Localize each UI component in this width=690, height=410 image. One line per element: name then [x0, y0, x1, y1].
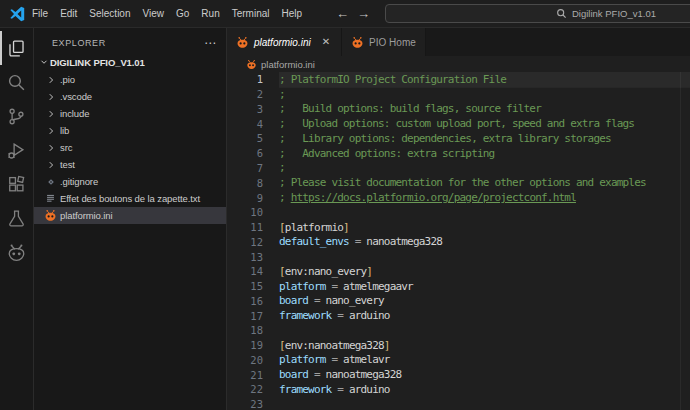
tree-item-lib[interactable]: lib [34, 122, 226, 139]
explorer-sidebar: EXPLORER ⋯ DIGILINK PFIO_V1.01 .pio.vsco… [34, 28, 227, 410]
forward-icon[interactable]: → [357, 7, 370, 20]
tree-item--vscode[interactable]: .vscode [34, 88, 226, 105]
menu-item-selection[interactable]: Selection [83, 4, 136, 23]
menu-bar: FileEditSelectionViewGoRunTerminalHelp [26, 0, 308, 27]
token-c: ; [279, 88, 285, 101]
platformio-icon [246, 59, 257, 70]
line-number: 11 [227, 221, 263, 233]
vscode-window: FileEditSelectionViewGoRunTerminalHelp ←… [0, 0, 690, 410]
editor-scrollbar[interactable] [680, 72, 690, 410]
code-line-text: ; Advanced options: extra scripting [279, 146, 690, 161]
code-line-18[interactable]: 18 [227, 323, 690, 338]
menu-item-view[interactable]: View [137, 4, 171, 23]
menu-item-help[interactable]: Help [276, 4, 309, 23]
line-number: 16 [227, 295, 263, 307]
menu-item-file[interactable]: File [26, 4, 54, 23]
token-v: atmelmegaavr [343, 280, 413, 293]
activity-bar [0, 28, 34, 410]
token-e: = [308, 294, 325, 307]
activity-item-explorer[interactable] [0, 31, 33, 65]
code-line-7[interactable]: 7; [227, 161, 690, 176]
token-e: = [326, 353, 343, 366]
code-line-23[interactable]: 23 [227, 397, 690, 410]
line-number: 23 [227, 398, 263, 410]
code-line-11[interactable]: 11[platformio] [227, 220, 690, 235]
code-line-text: [env:nano_every] [279, 264, 690, 279]
code-line-1[interactable]: 1; PlatformIO Project Configuration File [227, 72, 690, 87]
tab-platformio-ini[interactable]: platformio.ini✕ [227, 28, 342, 56]
command-center-search[interactable]: Digilink PFIO_v1.01 [385, 4, 690, 23]
line-number: 15 [227, 280, 263, 292]
tree-item-label: Effet des boutons de la zapette.txt [60, 193, 200, 204]
activity-item-testing[interactable] [0, 201, 33, 235]
code-line-17[interactable]: 17framework = arduino [227, 308, 690, 323]
code-line-16[interactable]: 16board = nano_every [227, 293, 690, 308]
token-c: ; Library options: dependencies, extra l… [279, 132, 611, 145]
tree-item-label: include [60, 108, 89, 119]
code-line-text: platform = atmelavr [279, 353, 690, 368]
menu-item-terminal[interactable]: Terminal [226, 4, 276, 23]
code-line-text [279, 323, 690, 338]
code-line-4[interactable]: 4; Upload options: custom upload port, s… [227, 116, 690, 131]
code-line-12[interactable]: 12default_envs = nanoatmega328 [227, 234, 690, 249]
search-icon [556, 8, 567, 19]
code-line-13[interactable]: 13 [227, 249, 690, 264]
code-line-8[interactable]: 8; Please visit documentation for the ot… [227, 175, 690, 190]
code-line-text: ; Build options: build flags, source fil… [279, 102, 690, 117]
code-line-text: ; Upload options: custom upload port, sp… [279, 116, 690, 131]
explorer-header: EXPLORER ⋯ [34, 28, 226, 53]
token-l[interactable]: https://docs.platformio.org/page/project… [291, 191, 576, 204]
close-icon[interactable]: ✕ [320, 36, 332, 48]
tab-label: PIO Home [369, 37, 416, 48]
code-line-2[interactable]: 2; [227, 87, 690, 102]
more-actions-icon[interactable]: ⋯ [204, 39, 216, 47]
code-line-text: board = nanoatmega328 [279, 367, 690, 382]
code-editor[interactable]: 1; PlatformIO Project Configuration File… [227, 72, 690, 410]
code-line-14[interactable]: 14[env:nano_every] [227, 264, 690, 279]
activity-item-search[interactable] [0, 65, 33, 99]
back-icon[interactable]: ← [336, 7, 349, 20]
code-line-3[interactable]: 3; Build options: build flags, source fi… [227, 102, 690, 117]
code-line-15[interactable]: 15platform = atmelmegaavr [227, 279, 690, 294]
tab-pio-home[interactable]: PIO Home [342, 28, 426, 56]
tree-item-test[interactable]: test [34, 156, 226, 173]
tree-item--gitignore[interactable]: .gitignore [34, 173, 226, 190]
token-c: ; Build options: build flags, source fil… [279, 102, 541, 115]
line-number: 1 [227, 73, 263, 85]
code-line-22[interactable]: 22framework = arduino [227, 382, 690, 397]
token-s: env:nanoatmega328 [285, 339, 384, 352]
breadcrumb[interactable]: platformio.ini [227, 56, 690, 72]
menu-item-edit[interactable]: Edit [54, 4, 83, 23]
code-line-10[interactable]: 10 [227, 205, 690, 220]
platformio-outline-icon [7, 243, 26, 262]
token-c: ; Advanced options: extra scripting [279, 147, 494, 160]
menu-item-go[interactable]: Go [170, 4, 195, 23]
tree-item-include[interactable]: include [34, 105, 226, 122]
tree-item-label: test [60, 159, 75, 170]
activity-item-run-debug[interactable] [0, 133, 33, 167]
activity-item-source-control[interactable] [0, 99, 33, 133]
code-line-5[interactable]: 5; Library options: dependencies, extra … [227, 131, 690, 146]
code-line-6[interactable]: 6; Advanced options: extra scripting [227, 146, 690, 161]
line-number: 18 [227, 324, 263, 336]
tree-item-effet-des-boutons-de-la-zapette-txt[interactable]: Effet des boutons de la zapette.txt [34, 190, 226, 207]
code-line-9[interactable]: 9; https://docs.platformio.org/page/proj… [227, 190, 690, 205]
code-line-21[interactable]: 21board = nanoatmega328 [227, 367, 690, 382]
line-number: 5 [227, 132, 263, 144]
menu-item-run[interactable]: Run [195, 4, 225, 23]
chevron-right-icon [44, 126, 57, 136]
tree-item-label: lib [60, 125, 69, 136]
tree-item--pio[interactable]: .pio [34, 71, 226, 88]
tree-item-platformio-ini[interactable]: platformio.ini [34, 207, 226, 224]
token-e: = [331, 309, 348, 322]
activity-item-extensions[interactable] [0, 167, 33, 201]
token-b: ] [343, 221, 349, 234]
search-placeholder-text: Digilink PFIO_v1.01 [572, 8, 656, 19]
code-line-19[interactable]: 19[env:nanoatmega328] [227, 338, 690, 353]
title-bar: FileEditSelectionViewGoRunTerminalHelp ←… [0, 0, 690, 28]
tree-root-folder[interactable]: DIGILINK PFIO_V1.01 [34, 53, 226, 71]
tree-item-label: .gitignore [60, 176, 98, 187]
tree-item-src[interactable]: src [34, 139, 226, 156]
activity-item-platformio[interactable] [0, 235, 33, 269]
code-line-20[interactable]: 20platform = atmelavr [227, 353, 690, 368]
